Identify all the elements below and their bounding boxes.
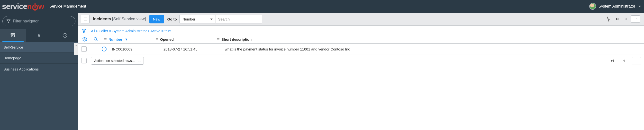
- sidebar: Self-Service Homepage Business Applicati…: [0, 13, 78, 130]
- nav-item-homepage[interactable]: Homepage: [0, 52, 78, 64]
- table-header-row: Number ▼ Opened Short description: [78, 35, 644, 44]
- list-title-main: Incidents: [93, 17, 111, 22]
- new-button[interactable]: New: [150, 15, 164, 23]
- column-search-button[interactable]: [91, 37, 101, 42]
- activity-icon: [605, 16, 611, 22]
- filter-breadcrumb-row: All>Caller = System Administrator>Active…: [78, 26, 644, 35]
- hamburger-icon: [83, 17, 87, 21]
- caret-down-icon: [639, 6, 641, 7]
- list-title-view: [Self Service view]: [112, 17, 146, 22]
- goto-search-input[interactable]: [216, 15, 262, 23]
- prev-page-button-footer[interactable]: [620, 57, 628, 64]
- prev-page-icon: [622, 59, 626, 63]
- main-content: Incidents [Self Service view] New Go to …: [78, 13, 644, 130]
- funnel-icon: [81, 28, 86, 33]
- nav-section-self-service[interactable]: Self-Service: [0, 42, 78, 52]
- table-row: i INC0010009 2018-07-27 16:51:45 what is…: [78, 44, 644, 54]
- sort-desc-icon: ▼: [125, 38, 128, 41]
- filter-toggle-button[interactable]: [81, 28, 86, 33]
- nav-tab-favorites[interactable]: [26, 29, 52, 42]
- app-header: servicen⏻w Service Management System Adm…: [0, 0, 644, 13]
- user-menu[interactable]: System Administrator: [589, 3, 641, 10]
- row-checkbox[interactable]: [81, 46, 86, 52]
- svg-point-2: [84, 39, 86, 40]
- list-title: Incidents [Self Service view]: [93, 17, 146, 22]
- breadcrumb-active[interactable]: Active = true: [150, 29, 171, 33]
- nav-tab-history[interactable]: [52, 29, 78, 42]
- column-header-number[interactable]: Number ▼: [104, 37, 152, 42]
- svg-point-3: [94, 38, 97, 40]
- column-header-description[interactable]: Short description: [216, 37, 641, 42]
- list-toolbar: Incidents [Self Service view] New Go to …: [78, 13, 644, 26]
- preview-record-button[interactable]: i: [102, 47, 106, 51]
- prev-page-button[interactable]: [622, 15, 630, 23]
- gear-icon: [82, 37, 87, 42]
- breadcrumbs: All>Caller = System Administrator>Active…: [91, 29, 171, 33]
- filter-navigator-input[interactable]: [2, 16, 76, 26]
- cell-description: what is the payment status for invoice n…: [225, 47, 641, 51]
- cell-number: INC0010009: [112, 47, 160, 51]
- incident-link[interactable]: INC0010009: [112, 47, 132, 51]
- first-page-icon: [615, 17, 619, 21]
- nav-tab-all[interactable]: [0, 29, 26, 42]
- column-number-label: Number: [108, 37, 122, 42]
- user-name: System Administrator: [598, 4, 635, 9]
- avatar: [589, 3, 596, 10]
- goto-label: Go to: [168, 17, 177, 21]
- activity-stream-button[interactable]: [604, 15, 612, 23]
- breadcrumb-all[interactable]: All: [91, 29, 95, 33]
- breadcrumb-caller[interactable]: Caller = System Administrator: [98, 29, 147, 33]
- svg-rect-0: [11, 34, 15, 35]
- first-page-icon: [610, 59, 614, 63]
- column-desc-label: Short description: [222, 37, 252, 42]
- grip-icon: [104, 38, 107, 41]
- nav-tabs: [0, 29, 78, 42]
- goto-field-select[interactable]: Number: [179, 15, 216, 23]
- column-header-opened[interactable]: Opened: [155, 37, 214, 42]
- actions-select[interactable]: Actions on selected rows...: [91, 57, 144, 65]
- hamburger-menu-button[interactable]: [81, 15, 90, 23]
- archive-icon: [10, 33, 16, 38]
- column-opened-label: Opened: [160, 37, 174, 42]
- grip-icon: [216, 38, 220, 41]
- star-icon: [36, 33, 42, 38]
- app-title: Service Management: [50, 4, 86, 9]
- sidebar-scroll-up[interactable]: [74, 43, 78, 55]
- servicenow-logo: servicen⏻w: [2, 2, 44, 11]
- clock-icon: [62, 33, 68, 38]
- search-icon: [93, 37, 98, 42]
- personalize-columns-button[interactable]: [81, 37, 88, 42]
- nav-item-business-applications[interactable]: Business Applications: [0, 64, 78, 75]
- table-footer: Actions on selected rows...: [78, 54, 644, 67]
- page-number-input-footer[interactable]: [632, 57, 641, 64]
- first-page-button[interactable]: [613, 15, 621, 23]
- prev-page-icon: [624, 17, 628, 21]
- select-all-checkbox[interactable]: [81, 58, 86, 63]
- first-page-button-footer[interactable]: [608, 57, 616, 64]
- page-number-input[interactable]: 1: [631, 15, 640, 23]
- cell-opened: 2018-07-27 16:51:45: [164, 47, 222, 51]
- grip-icon: [155, 38, 159, 41]
